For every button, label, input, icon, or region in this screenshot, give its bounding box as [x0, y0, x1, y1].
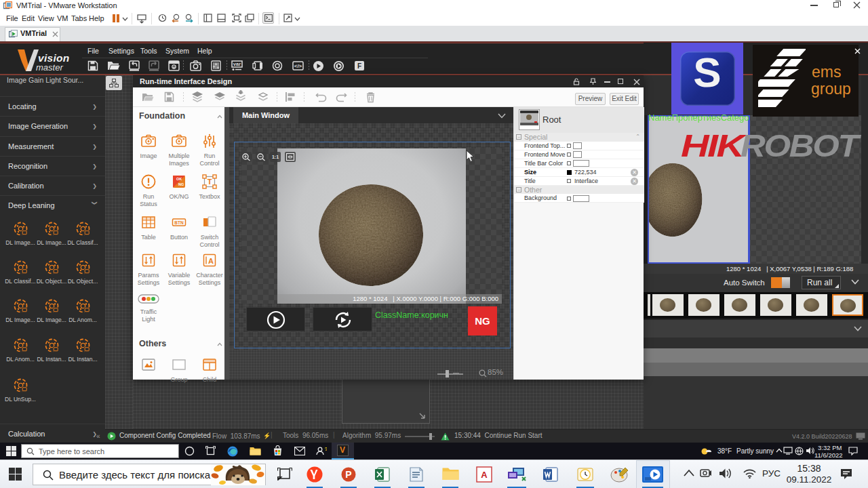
svg-text:BTN: BTN — [174, 220, 184, 225]
svg-text:var: var — [233, 61, 241, 67]
svg-text:F: F — [357, 62, 361, 70]
svg-text:OK: OK — [176, 177, 182, 181]
svg-text:T: T — [208, 178, 212, 186]
svg-text:А: А — [481, 470, 488, 480]
svg-text:</>: </> — [294, 63, 302, 69]
svg-text:P: P — [345, 469, 351, 480]
svg-text:?: ? — [325, 446, 328, 452]
svg-text:A: A — [208, 257, 214, 265]
svg-text:NG: NG — [178, 182, 184, 186]
